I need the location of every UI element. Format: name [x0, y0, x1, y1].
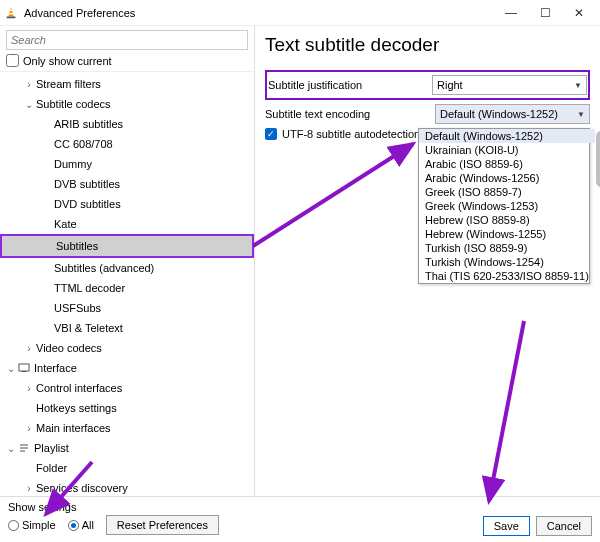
settings-panel: Text subtitle decoder Subtitle justifica… — [255, 26, 600, 496]
svg-rect-5 — [22, 371, 26, 372]
encoding-option[interactable]: Default (Windows-1252) — [419, 129, 595, 143]
encoding-option[interactable]: Turkish (ISO 8859-9) — [419, 241, 595, 255]
svg-rect-1 — [7, 16, 16, 18]
show-settings-label: Show settings — [8, 501, 592, 513]
svg-rect-2 — [9, 9, 13, 10]
encoding-option[interactable]: Greek (ISO 8859-7) — [419, 185, 595, 199]
utf8-label: UTF-8 subtitle autodetection — [282, 128, 420, 140]
encoding-option[interactable]: Ukrainian (KOI8-U) — [419, 143, 595, 157]
check-icon: ✓ — [265, 128, 277, 140]
encoding-option[interactable]: Arabic (ISO 8859-6) — [419, 157, 595, 171]
vlc-cone-icon — [4, 6, 18, 20]
justification-value: Right — [437, 79, 463, 91]
reset-button[interactable]: Reset Preferences — [106, 515, 219, 535]
chevron-right-icon: › — [22, 79, 36, 90]
page-title: Text subtitle decoder — [265, 34, 590, 56]
tree-main-if[interactable]: ›Main interfaces — [0, 418, 254, 438]
titlebar: Advanced Preferences — ☐ ✕ — [0, 0, 600, 26]
only-show-current-checkbox[interactable]: Only show current — [0, 52, 254, 72]
interface-icon — [18, 362, 30, 374]
chevron-right-icon: › — [22, 423, 36, 434]
encoding-option[interactable]: Hebrew (Windows-1255) — [419, 227, 595, 241]
tree-cc[interactable]: CC 608/708 — [0, 134, 254, 154]
tree-subtitle-codecs[interactable]: ⌄Subtitle codecs — [0, 94, 254, 114]
chevron-down-icon: ⌄ — [4, 363, 18, 374]
chevron-right-icon: › — [22, 343, 36, 354]
encoding-option[interactable]: Turkish (Windows-1254) — [419, 255, 595, 269]
window-title: Advanced Preferences — [24, 7, 494, 19]
encoding-option[interactable]: Hebrew (ISO 8859-8) — [419, 213, 595, 227]
tree-interface[interactable]: ⌄Interface — [0, 358, 254, 378]
chevron-right-icon: › — [22, 383, 36, 394]
encoding-dropdown[interactable]: Default (Windows-1252) Ukrainian (KOI8-U… — [418, 128, 590, 284]
encoding-row: Subtitle text encoding Default (Windows-… — [265, 104, 590, 124]
close-button[interactable]: ✕ — [562, 0, 596, 26]
chevron-down-icon: ⌄ — [4, 443, 18, 454]
justification-row: Subtitle justification Right ▼ — [265, 70, 590, 100]
tree-folder[interactable]: Folder — [0, 458, 254, 478]
minimize-button[interactable]: — — [494, 0, 528, 26]
tree-subtitles-adv[interactable]: Subtitles (advanced) — [0, 258, 254, 278]
tree-vbi[interactable]: VBI & Teletext — [0, 318, 254, 338]
encoding-select[interactable]: Default (Windows-1252) ▼ — [435, 104, 590, 124]
tree-arib[interactable]: ARIB subtitles — [0, 114, 254, 134]
encoding-option[interactable]: Thai (TIS 620-2533/ISO 8859-11) — [419, 269, 595, 283]
save-button[interactable]: Save — [483, 516, 530, 536]
tree-dummy[interactable]: Dummy — [0, 154, 254, 174]
sidebar: Only show current ›Stream filters ⌄Subti… — [0, 26, 255, 496]
simple-radio[interactable]: Simple — [8, 519, 56, 531]
tree-kate[interactable]: Kate — [0, 214, 254, 234]
tree-control-if[interactable]: ›Control interfaces — [0, 378, 254, 398]
chevron-down-icon: ▼ — [574, 81, 582, 90]
tree-subtitles[interactable]: Subtitles — [0, 234, 254, 258]
all-radio[interactable]: All — [68, 519, 94, 531]
search-input[interactable] — [6, 30, 248, 50]
chevron-right-icon: › — [22, 483, 36, 494]
tree-dvb[interactable]: DVB subtitles — [0, 174, 254, 194]
encoding-value: Default (Windows-1252) — [440, 108, 558, 120]
tree-video-codecs[interactable]: ›Video codecs — [0, 338, 254, 358]
tree-stream-filters[interactable]: ›Stream filters — [0, 74, 254, 94]
chevron-down-icon: ▼ — [577, 110, 585, 119]
cancel-button[interactable]: Cancel — [536, 516, 592, 536]
playlist-icon — [18, 442, 30, 454]
tree-playlist[interactable]: ⌄Playlist — [0, 438, 254, 458]
maximize-button[interactable]: ☐ — [528, 0, 562, 26]
tree-hotkeys[interactable]: Hotkeys settings — [0, 398, 254, 418]
footer: Show settings Simple All Reset Preferenc… — [0, 496, 600, 542]
preferences-tree[interactable]: ›Stream filters ⌄Subtitle codecs ARIB su… — [0, 72, 254, 496]
svg-rect-4 — [19, 364, 29, 371]
svg-marker-0 — [8, 6, 13, 16]
encoding-option[interactable]: Arabic (Windows-1256) — [419, 171, 595, 185]
encoding-label: Subtitle text encoding — [265, 108, 427, 120]
encoding-option[interactable]: Greek (Windows-1253) — [419, 199, 595, 213]
only-show-current-label: Only show current — [23, 55, 112, 67]
tree-services[interactable]: ›Services discovery — [0, 478, 254, 496]
tree-usf[interactable]: USFSubs — [0, 298, 254, 318]
svg-rect-3 — [9, 13, 14, 14]
justification-label: Subtitle justification — [268, 79, 424, 91]
justification-select[interactable]: Right ▼ — [432, 75, 587, 95]
tree-ttml[interactable]: TTML decoder — [0, 278, 254, 298]
only-show-current-box[interactable] — [6, 54, 19, 67]
tree-dvd[interactable]: DVD subtitles — [0, 194, 254, 214]
chevron-down-icon: ⌄ — [22, 99, 36, 110]
